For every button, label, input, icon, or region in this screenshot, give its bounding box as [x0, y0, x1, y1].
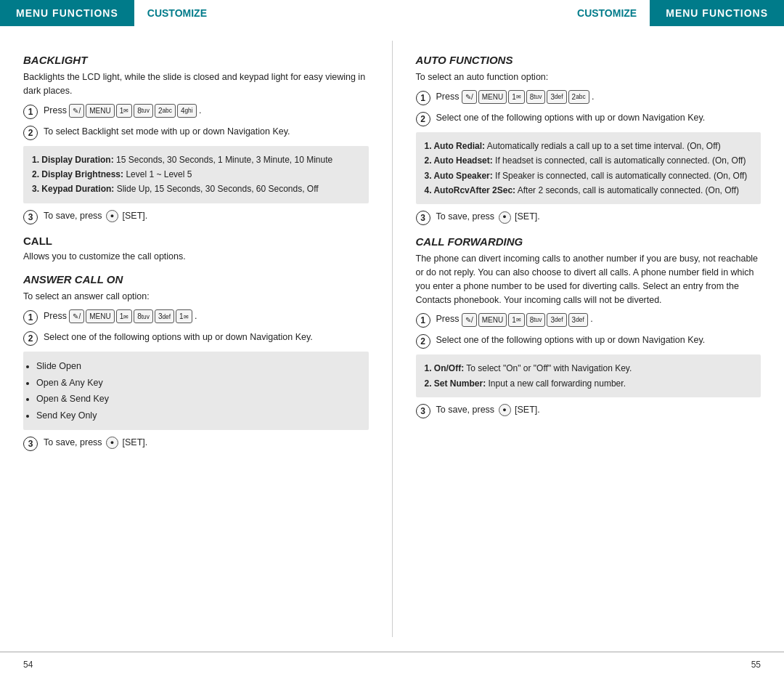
backlight-title: BACKLIGHT	[23, 54, 369, 66]
call-forwarding-title: CALL FORWARDING	[416, 235, 761, 248]
key-pencil-3: ✎/	[462, 90, 477, 104]
answer-bullet-list: Slide Open Open & Any Key Open & Send Ke…	[23, 352, 369, 430]
backlight-section: BACKLIGHT Backlights the LCD light, whil…	[23, 54, 369, 224]
answer-step-num-3: 3	[23, 437, 38, 451]
main-content: BACKLIGHT Backlights the LCD light, whil…	[0, 26, 784, 652]
set-icon-answer: ●	[106, 437, 118, 449]
left-customize-label: CUSTOMIZE	[134, 0, 220, 26]
key-8d: 8tuv	[526, 313, 546, 327]
auto-keys: ✎/ MENU 1✉ 8tuv 3def 2abc	[462, 90, 589, 104]
cf-info-1: 1. On/Off: To select "On" or "Off" with …	[425, 361, 753, 376]
press-label: Press	[44, 105, 69, 115]
cf-step3-content: To save, press ● [SET].	[436, 403, 540, 417]
backlight-step3-content: To save, press ● [SET].	[44, 209, 147, 223]
right-menu-functions-tab: MENU FUNCTIONS	[650, 0, 784, 26]
bullet-send-key-only: Send Key Only	[36, 408, 360, 424]
press-label-4: Press	[436, 314, 462, 324]
backlight-infobox: 1. Display Duration: 15 Seconds, 30 Seco…	[23, 146, 369, 203]
answer-call-on-title: ANSWER CALL ON	[23, 273, 369, 285]
key-pencil-2: ✎/	[69, 309, 84, 323]
call-desc: Allows you to customize the call options…	[23, 250, 369, 264]
cf-step3: 3 To save, press ● [SET].	[416, 403, 761, 418]
answer-step1-content: Press ✎/ MENU 1✉ 8tuv 3def 1✉ .	[44, 309, 197, 323]
set-icon-cf: ●	[499, 404, 511, 416]
auto-step3: 3 To save, press ● [SET].	[416, 210, 761, 225]
key-3b: 3def	[155, 309, 174, 323]
auto-step1-content: Press ✎/ MENU 1✉ 8tuv 3def 2abc .	[436, 90, 595, 104]
auto-step-num-2: 2	[416, 112, 430, 126]
key-8: 8tuv	[134, 104, 153, 118]
step-num-1: 1	[23, 105, 38, 119]
key-4: 4ghi	[177, 104, 197, 118]
auto-functions-desc: To select an auto function option:	[416, 70, 761, 84]
backlight-info-2: 2. Display Brightness: Level 1 ~ Level 5	[32, 167, 360, 182]
period-2: .	[195, 311, 197, 321]
key-menu-3: MENU	[478, 90, 507, 104]
bullet-open-any-key: Open & Any Key	[36, 375, 360, 392]
cf-infobox: 1. On/Off: To select "On" or "Off" with …	[416, 354, 761, 397]
cf-keys: ✎/ MENU 1✉ 8tuv 3def 3def	[462, 313, 588, 327]
answer-step-num-2: 2	[23, 331, 38, 346]
period: .	[199, 105, 201, 115]
backlight-info-3: 3. Keypad Duration: Slide Up, 15 Seconds…	[32, 182, 360, 196]
auto-step2-content: Select one of the following options with…	[436, 111, 706, 125]
cf-step2-content: Select one of the following options with…	[436, 333, 706, 347]
cf-step-num-1: 1	[416, 313, 430, 328]
period-3: .	[592, 92, 594, 102]
auto-functions-section: AUTO FUNCTIONS To select an auto functio…	[416, 54, 761, 225]
backlight-step3: 3 To save, press ● [SET].	[23, 209, 369, 224]
header-left: MENU FUNCTIONS CUSTOMIZE	[0, 0, 392, 26]
cf-info-2: 2. Set Number: Input a new call forwardi…	[425, 376, 753, 391]
key-3e: 3def	[568, 313, 588, 327]
answer-keys: ✎/ MENU 1✉ 8tuv 3def 1✉	[69, 309, 192, 323]
backlight-desc: Backlights the LCD light, while the slid…	[23, 70, 369, 98]
backlight-step2: 2 To select Backlight set mode with up o…	[23, 125, 369, 140]
set-icon-auto: ●	[499, 211, 511, 224]
key-pencil: ✎/	[69, 104, 84, 118]
key-1c: 1✉	[176, 309, 192, 323]
auto-info-1: 1. Auto Redial: Automatically redials a …	[425, 139, 753, 153]
bullet-slide-open: Slide Open	[36, 358, 360, 375]
press-label-2: Press	[44, 311, 69, 321]
left-column: BACKLIGHT Backlights the LCD light, whil…	[0, 26, 392, 652]
page-number-right: 55	[751, 660, 761, 670]
auto-step2: 2 Select one of the following options wi…	[416, 111, 761, 126]
key-menu-2: MENU	[86, 309, 114, 323]
key-2b: 2abc	[568, 90, 589, 104]
auto-step1: 1 Press ✎/ MENU 1✉ 8tuv 3def 2abc .	[416, 90, 761, 105]
step-num-2: 2	[23, 126, 38, 140]
answer-step2-content: Select one of the following options with…	[44, 331, 313, 344]
key-menu-4: MENU	[478, 313, 507, 327]
answer-step2: 2 Select one of the following options wi…	[23, 331, 369, 346]
cf-step1-content: Press ✎/ MENU 1✉ 8tuv 3def 3def .	[436, 312, 593, 326]
press-label-3: Press	[436, 92, 462, 102]
auto-infobox: 1. Auto Redial: Automatically redials a …	[416, 132, 761, 205]
answer-step-num-1: 1	[23, 310, 38, 325]
call-forwarding-section: CALL FORWARDING The phone can divert inc…	[416, 235, 761, 418]
call-section: CALL Allows you to customize the call op…	[23, 235, 369, 264]
key-1: 1✉	[116, 104, 133, 118]
auto-functions-title: AUTO FUNCTIONS	[416, 54, 761, 66]
backlight-keys: ✎/ MENU 1✉ 8tuv 2abc 4ghi	[69, 104, 196, 118]
key-8b: 8tuv	[134, 309, 153, 323]
cf-step-num-3: 3	[416, 404, 430, 418]
auto-step-num-1: 1	[416, 91, 430, 105]
key-1d: 1✉	[508, 90, 525, 104]
call-forwarding-desc: The phone can divert incoming calls to a…	[416, 252, 761, 307]
backlight-info-1: 1. Display Duration: 15 Seconds, 30 Seco…	[32, 153, 360, 167]
auto-info-3: 3. Auto Speaker: If Speaker is connected…	[425, 169, 753, 183]
key-8c: 8tuv	[526, 90, 546, 104]
answer-call-on-desc: To select an answer call option:	[23, 290, 369, 304]
auto-step-num-3: 3	[416, 211, 430, 225]
answer-step3-content: To save, press ● [SET].	[44, 436, 147, 450]
call-title: CALL	[23, 235, 369, 247]
auto-info-2: 2. Auto Headset: If headset is connected…	[425, 153, 753, 168]
page-number-left: 54	[23, 660, 33, 670]
set-icon-backlight: ●	[106, 210, 118, 222]
key-2: 2abc	[155, 104, 176, 118]
auto-step3-content: To save, press ● [SET].	[436, 210, 540, 224]
key-menu: MENU	[86, 104, 114, 118]
right-customize-label: CUSTOMIZE	[564, 0, 650, 26]
answer-call-on-section: ANSWER CALL ON To select an answer call …	[23, 273, 369, 451]
cf-step1: 1 Press ✎/ MENU 1✉ 8tuv 3def 3def .	[416, 312, 761, 328]
